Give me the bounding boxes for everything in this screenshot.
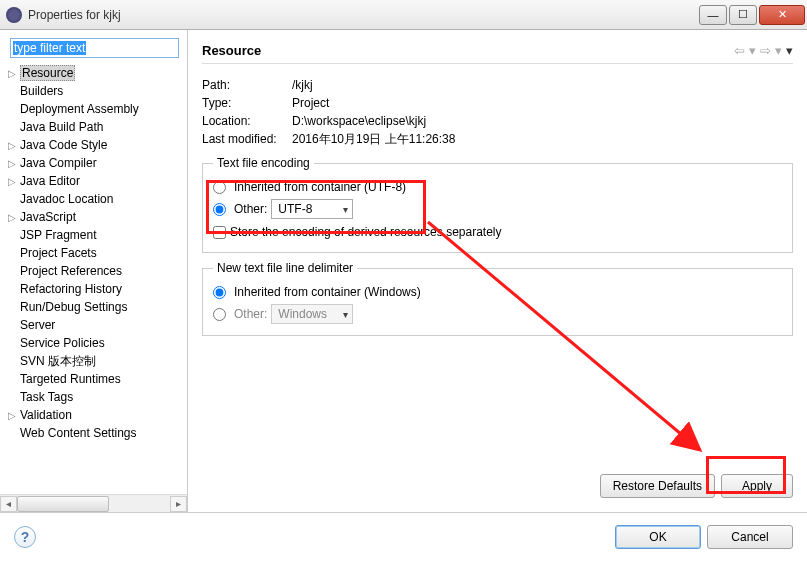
forward-menu-icon[interactable]: ▾ — [775, 43, 782, 58]
tree-item-label: Java Editor — [20, 174, 80, 188]
app-icon — [6, 7, 22, 23]
page-title: Resource — [202, 43, 734, 58]
encoding-dropdown[interactable]: UTF-8 ▾ — [271, 199, 353, 219]
tree-item[interactable]: ▷Java Code Style — [6, 136, 187, 154]
type-label: Type: — [202, 96, 292, 110]
location-value: D:\workspace\eclipse\kjkj — [292, 114, 426, 128]
tree-item[interactable]: Deployment Assembly — [6, 100, 187, 118]
tree-item-label: Run/Debug Settings — [20, 300, 127, 314]
minimize-button[interactable]: — — [699, 5, 727, 25]
tree-item-label: SVN 版本控制 — [20, 353, 96, 370]
ok-button[interactable]: OK — [615, 525, 701, 549]
tree-item[interactable]: Builders — [6, 82, 187, 100]
encoding-dropdown-value: UTF-8 — [278, 202, 312, 216]
modified-value: 2016年10月19日 上午11:26:38 — [292, 131, 455, 148]
tree-item[interactable]: ▷Java Editor — [6, 172, 187, 190]
tree-item[interactable]: ▷JavaScript — [6, 208, 187, 226]
delimiter-other-label: Other: — [234, 307, 267, 321]
tree-item[interactable]: Refactoring History — [6, 280, 187, 298]
window-title: Properties for kjkj — [28, 8, 697, 22]
delimiter-inherited-radio[interactable] — [213, 286, 226, 299]
tree-item[interactable]: SVN 版本控制 — [6, 352, 187, 370]
tree-item-label: JavaScript — [20, 210, 76, 224]
path-value: /kjkj — [292, 78, 313, 92]
tree-item[interactable]: Project Facets — [6, 244, 187, 262]
encoding-inherited-radio[interactable] — [213, 181, 226, 194]
main-panel: Resource ⇦ ▾ ⇨ ▾ ▾ Path: /kjkj Type: Pro… — [188, 30, 807, 512]
nav-arrows: ⇦ ▾ ⇨ ▾ ▾ — [734, 43, 793, 58]
cancel-label: Cancel — [731, 530, 768, 544]
tree-item-label: Java Code Style — [20, 138, 107, 152]
tree-item[interactable]: Service Policies — [6, 334, 187, 352]
delimiter-other-radio[interactable] — [213, 308, 226, 321]
tree-item[interactable]: Run/Debug Settings — [6, 298, 187, 316]
titlebar: Properties for kjkj — ☐ ✕ — [0, 0, 807, 30]
expander-icon[interactable]: ▷ — [8, 140, 18, 151]
chevron-down-icon: ▾ — [343, 309, 348, 320]
filter-placeholder: type filter text — [13, 41, 86, 55]
help-icon[interactable]: ? — [14, 526, 36, 548]
filter-input[interactable]: type filter text — [10, 38, 179, 58]
apply-label: Apply — [742, 479, 772, 493]
expander-icon[interactable]: ▷ — [8, 176, 18, 187]
tree-item-label: Validation — [20, 408, 72, 422]
horizontal-scrollbar[interactable]: ◂ ▸ — [0, 494, 187, 512]
property-tree[interactable]: ▷ResourceBuildersDeployment AssemblyJava… — [0, 64, 187, 494]
encoding-other-label: Other: — [234, 202, 267, 216]
window-controls: — ☐ ✕ — [697, 5, 805, 25]
tree-item[interactable]: Java Build Path — [6, 118, 187, 136]
back-icon[interactable]: ⇦ — [734, 43, 745, 58]
expander-icon[interactable]: ▷ — [8, 410, 18, 421]
tree-item[interactable]: Web Content Settings — [6, 424, 187, 442]
tree-item[interactable]: JSP Fragment — [6, 226, 187, 244]
store-derived-checkbox[interactable] — [213, 226, 226, 239]
tree-item-label: Resource — [20, 65, 75, 81]
delimiter-group: New text file line delimiter Inherited f… — [202, 261, 793, 336]
close-button[interactable]: ✕ — [759, 5, 805, 25]
sidebar: type filter text ▷ResourceBuildersDeploy… — [0, 30, 188, 512]
restore-defaults-label: Restore Defaults — [613, 479, 702, 493]
expander-icon[interactable]: ▷ — [8, 68, 18, 79]
chevron-down-icon: ▾ — [343, 204, 348, 215]
expander-icon[interactable]: ▷ — [8, 212, 18, 223]
encoding-group: Text file encoding Inherited from contai… — [202, 156, 793, 253]
back-menu-icon[interactable]: ▾ — [749, 43, 756, 58]
tree-item[interactable]: Javadoc Location — [6, 190, 187, 208]
store-derived-label: Store the encoding of derived resources … — [230, 225, 502, 239]
tree-item-label: Task Tags — [20, 390, 73, 404]
forward-icon[interactable]: ⇨ — [760, 43, 771, 58]
tree-item-label: Java Build Path — [20, 120, 103, 134]
encoding-legend: Text file encoding — [213, 156, 314, 170]
maximize-button[interactable]: ☐ — [729, 5, 757, 25]
resource-info: Path: /kjkj Type: Project Location: D:\w… — [202, 76, 793, 148]
tree-item[interactable]: Project References — [6, 262, 187, 280]
delimiter-legend: New text file line delimiter — [213, 261, 357, 275]
delimiter-inherited-label: Inherited from container (Windows) — [234, 285, 421, 299]
tree-item-label: Builders — [20, 84, 63, 98]
tree-item-label: Java Compiler — [20, 156, 97, 170]
modified-label: Last modified: — [202, 132, 292, 146]
apply-button[interactable]: Apply — [721, 474, 793, 498]
encoding-inherited-label: Inherited from container (UTF-8) — [234, 180, 406, 194]
cancel-button[interactable]: Cancel — [707, 525, 793, 549]
tree-item[interactable]: ▷Java Compiler — [6, 154, 187, 172]
scroll-left-icon[interactable]: ◂ — [0, 496, 17, 512]
restore-defaults-button[interactable]: Restore Defaults — [600, 474, 715, 498]
scroll-thumb[interactable] — [17, 496, 109, 512]
location-label: Location: — [202, 114, 292, 128]
tree-item[interactable]: Server — [6, 316, 187, 334]
delimiter-dropdown: Windows ▾ — [271, 304, 353, 324]
menu-icon[interactable]: ▾ — [786, 43, 793, 58]
delimiter-dropdown-value: Windows — [278, 307, 327, 321]
path-label: Path: — [202, 78, 292, 92]
tree-item[interactable]: ▷Resource — [6, 64, 187, 82]
encoding-other-radio[interactable] — [213, 203, 226, 216]
scroll-right-icon[interactable]: ▸ — [170, 496, 187, 512]
tree-item[interactable]: ▷Validation — [6, 406, 187, 424]
tree-item-label: Deployment Assembly — [20, 102, 139, 116]
tree-item-label: Javadoc Location — [20, 192, 113, 206]
expander-icon[interactable]: ▷ — [8, 158, 18, 169]
ok-label: OK — [649, 530, 666, 544]
tree-item[interactable]: Task Tags — [6, 388, 187, 406]
tree-item[interactable]: Targeted Runtimes — [6, 370, 187, 388]
